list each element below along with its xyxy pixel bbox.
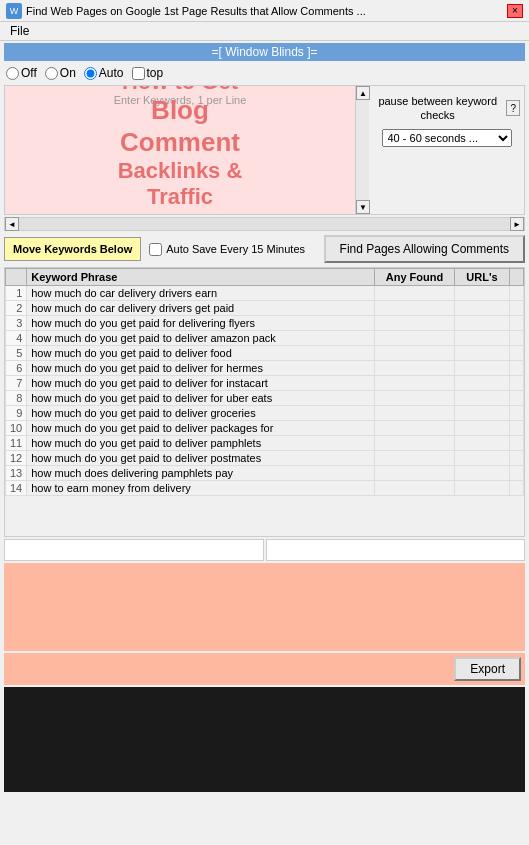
menu-bar: File [0, 22, 529, 41]
row-scroll-spacer [510, 346, 524, 361]
table-row: 12 how much do you get paid to deliver p… [6, 451, 524, 466]
menu-file[interactable]: File [6, 24, 33, 38]
row-num: 2 [6, 301, 27, 316]
scroll-track [356, 100, 369, 200]
row-any-found [375, 331, 455, 346]
col-scroll-spacer [510, 269, 524, 286]
keyword-table: Keyword Phrase Any Found URL's 1 how muc… [5, 268, 524, 496]
row-any-found [375, 451, 455, 466]
bottom-input-left[interactable] [4, 539, 264, 561]
row-keyword: how much do car delivery drivers get pai… [27, 301, 375, 316]
table-row: 10 how much do you get paid to deliver p… [6, 421, 524, 436]
col-any-found: Any Found [375, 269, 455, 286]
radio-on[interactable] [45, 67, 58, 80]
table-row: 2 how much do car delivery drivers get p… [6, 301, 524, 316]
row-keyword: how much do you get paid to deliver pamp… [27, 436, 375, 451]
row-any-found [375, 406, 455, 421]
row-scroll-spacer [510, 466, 524, 481]
row-urls [455, 421, 510, 436]
row-any-found [375, 421, 455, 436]
row-scroll-spacer [510, 301, 524, 316]
row-num: 5 [6, 346, 27, 361]
row-keyword: how much do you get paid to deliver for … [27, 361, 375, 376]
keyword-table-container: Keyword Phrase Any Found URL's 1 how muc… [4, 267, 525, 537]
autosave-row: Auto Save Every 15 Minutes [149, 243, 305, 256]
scroll-down-arrow[interactable]: ▼ [356, 200, 370, 214]
checkbox-top[interactable] [132, 67, 145, 80]
row-num: 6 [6, 361, 27, 376]
row-any-found [375, 481, 455, 496]
table-row: 6 how much do you get paid to deliver fo… [6, 361, 524, 376]
find-pages-button[interactable]: Find Pages Allowing Comments [324, 235, 525, 263]
row-urls [455, 361, 510, 376]
checkbox-top-label[interactable]: top [132, 66, 164, 80]
table-row: 5 how much do you get paid to deliver fo… [6, 346, 524, 361]
row-num: 11 [6, 436, 27, 451]
row-urls [455, 436, 510, 451]
controls-row: Move Keywords Below Auto Save Every 15 M… [0, 231, 529, 267]
row-num: 8 [6, 391, 27, 406]
row-keyword: how much do you get paid for delivering … [27, 316, 375, 331]
radio-options-row: Off On Auto top [0, 63, 529, 83]
watermark-line4: nbots.me/bc19 [93, 211, 268, 214]
bottom-input-right[interactable] [266, 539, 526, 561]
table-row: 1 how much do car delivery drivers earn [6, 286, 524, 301]
keyword-input-area[interactable]: Enter Keywords, 1 per Line How to Get Bl… [5, 86, 355, 214]
row-urls [455, 331, 510, 346]
row-any-found [375, 361, 455, 376]
table-row: 13 how much does delivering pamphlets pa… [6, 466, 524, 481]
col-keyword: Keyword Phrase [27, 269, 375, 286]
radio-auto[interactable] [84, 67, 97, 80]
autosave-checkbox[interactable] [149, 243, 162, 256]
row-scroll-spacer [510, 316, 524, 331]
row-urls [455, 481, 510, 496]
row-num: 14 [6, 481, 27, 496]
row-keyword: how much do you get paid to deliver food [27, 346, 375, 361]
row-any-found [375, 376, 455, 391]
row-num: 13 [6, 466, 27, 481]
row-urls [455, 301, 510, 316]
pause-help-button[interactable]: ? [506, 100, 520, 116]
h-scroll-top: ◄ ► [4, 217, 525, 231]
pause-label: pause between keyword checks [373, 94, 502, 123]
row-any-found [375, 316, 455, 331]
row-scroll-spacer [510, 376, 524, 391]
radio-off-label[interactable]: Off [6, 66, 37, 80]
bottom-inputs-row [4, 539, 525, 561]
move-keywords-button[interactable]: Move Keywords Below [4, 237, 141, 261]
pause-header-row: pause between keyword checks ? [373, 94, 520, 123]
row-any-found [375, 301, 455, 316]
row-num: 10 [6, 421, 27, 436]
row-urls [455, 451, 510, 466]
export-button[interactable]: Export [454, 657, 521, 681]
row-scroll-spacer [510, 451, 524, 466]
row-scroll-spacer [510, 286, 524, 301]
pause-panel: pause between keyword checks ? 40 - 60 s… [369, 86, 524, 214]
h-scroll-right-arrow[interactable]: ► [510, 217, 524, 231]
row-keyword: how much do you get paid to deliver for … [27, 391, 375, 406]
radio-on-label[interactable]: On [45, 66, 76, 80]
row-urls [455, 316, 510, 331]
row-scroll-spacer [510, 481, 524, 496]
row-any-found [375, 391, 455, 406]
scroll-up-arrow[interactable]: ▲ [356, 86, 370, 100]
keyword-placeholder: Enter Keywords, 1 per Line [5, 94, 355, 106]
row-num: 1 [6, 286, 27, 301]
col-num [6, 269, 27, 286]
row-num: 4 [6, 331, 27, 346]
row-scroll-spacer [510, 391, 524, 406]
pause-select[interactable]: 40 - 60 seconds ... 10 - 20 seconds ... … [382, 129, 512, 147]
dark-area [4, 687, 525, 792]
row-urls [455, 286, 510, 301]
row-scroll-spacer [510, 406, 524, 421]
row-num: 12 [6, 451, 27, 466]
row-keyword: how much do you get paid to deliver amaz… [27, 331, 375, 346]
h-scroll-left-arrow[interactable]: ◄ [5, 217, 19, 231]
radio-auto-label[interactable]: Auto [84, 66, 124, 80]
row-num: 3 [6, 316, 27, 331]
row-keyword: how much does delivering pamphlets pay [27, 466, 375, 481]
radio-off[interactable] [6, 67, 19, 80]
close-button[interactable]: × [507, 4, 523, 18]
row-keyword: how much do you get paid to deliver groc… [27, 406, 375, 421]
row-urls [455, 391, 510, 406]
